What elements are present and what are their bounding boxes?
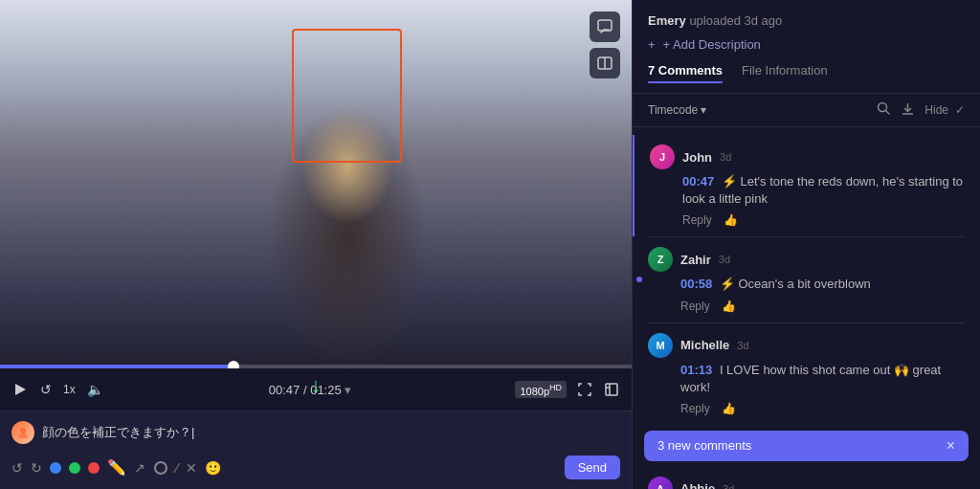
comments-list: J John 3d 00:47 ⚡ Let's tone the reds do… (633, 127, 980, 489)
comment-item-michelle: M Michelle 3d 01:13 I LOVE how this shot… (633, 323, 980, 425)
comment-input-field[interactable] (42, 426, 620, 440)
comment-item-zahir: Z Zahir 3d 00:58 ⚡ Ocean's a bit overblo… (633, 237, 980, 322)
comment-time-abbie: 3d (723, 483, 734, 489)
color-green[interactable] (69, 462, 80, 474)
progress-thumb (228, 361, 239, 368)
svg-rect-4 (606, 384, 617, 395)
emoji-button[interactable]: 🙂 (205, 460, 221, 476)
comment-actions-zahir: Reply 👍 (680, 300, 965, 313)
video-content (0, 0, 632, 368)
arrow-tool[interactable]: ↗ (134, 460, 145, 476)
comment-header-john: J John 3d (650, 144, 965, 169)
svg-point-5 (20, 428, 26, 433)
right-panel: Emery uploaded 3d ago + + Add Descriptio… (632, 0, 980, 489)
comment-input-row (11, 421, 620, 444)
comment-area: ↓ ↺ ↻ ✏️ ↗ ⁄ ✕ 🙂 (0, 411, 632, 489)
comment-body-michelle: 01:13 I LOVE how this shot came out 🙌 gr… (680, 362, 965, 396)
svg-marker-3 (15, 384, 26, 395)
quality-label: 1080p (520, 385, 549, 396)
volume-button[interactable]: 🔈 (85, 380, 105, 399)
fullscreen-button[interactable] (576, 381, 593, 398)
annotation-icon-btn[interactable] (590, 11, 620, 42)
comment-item-abbie: A Abbie 3d (633, 467, 980, 489)
quality-badge[interactable]: 1080pHD (515, 381, 567, 399)
add-description-label: + Add Description (663, 37, 761, 52)
avatar-zahir: Z (648, 247, 673, 272)
comment-header-michelle: M Michelle 3d (648, 333, 965, 358)
left-panel: ↺ 1x 🔈 00:47 / 01:25 ▾ 1080pHD ↓ (0, 0, 632, 489)
download-icon-button[interactable] (901, 101, 915, 119)
current-user-avatar (11, 421, 34, 444)
comment-item-john: J John 3d 00:47 ⚡ Let's tone the reds do… (633, 135, 980, 236)
svg-point-6 (155, 462, 167, 474)
like-button-zahir[interactable]: 👍 (722, 300, 736, 313)
unread-dot-zahir (636, 277, 642, 282)
avatar-john: J (650, 144, 675, 169)
comment-body-zahir: 00:58 ⚡ Ocean's a bit overblown (680, 276, 965, 293)
svg-line-8 (886, 111, 890, 115)
quality-suffix: HD (549, 383, 562, 392)
upload-time: uploaded 3d ago (689, 13, 782, 28)
face-detection-box (292, 29, 402, 163)
uploader-name: Emery (648, 13, 686, 28)
comment-header-zahir: Z Zahir 3d (648, 247, 965, 272)
playback-speed[interactable]: 1x (63, 383, 76, 396)
time-total: 01:25 (310, 383, 342, 397)
comment-body-john: 00:47 ⚡ Let's tone the reds down, he's s… (682, 173, 965, 208)
hide-button[interactable]: Hide ✓ (924, 103, 965, 117)
check-icon: ✓ (955, 103, 965, 117)
plus-icon: + (648, 37, 656, 52)
loop-button[interactable]: ↺ (38, 380, 54, 399)
chevron-down-icon: ▾ (701, 103, 706, 117)
like-button-john[interactable]: 👍 (724, 213, 738, 227)
comment-icon-zahir: ⚡ (720, 277, 739, 291)
controls-bar: ↺ 1x 🔈 00:47 / 01:25 ▾ 1080pHD (0, 368, 632, 411)
expand-button[interactable] (603, 381, 620, 398)
timecode-filter[interactable]: Timecode ▾ (648, 103, 706, 117)
video-area (0, 0, 632, 368)
add-description-button[interactable]: + + Add Description (648, 37, 761, 52)
erase-tool[interactable]: ✕ (186, 460, 197, 476)
search-icon-button[interactable] (877, 101, 891, 119)
timecode-michelle[interactable]: 01:13 (680, 363, 712, 377)
comment-time-michelle: 3d (737, 340, 748, 351)
time-current: 00:47 (269, 383, 301, 397)
comment-toolbar: ↺ ↻ ✏️ ↗ ⁄ ✕ 🙂 Send (11, 452, 620, 483)
reply-button-john[interactable]: Reply (682, 213, 712, 227)
undo-button[interactable]: ↺ (11, 460, 23, 476)
reply-button-michelle[interactable]: Reply (680, 402, 710, 415)
timecode-john[interactable]: 00:47 (682, 174, 714, 189)
comment-actions-john: Reply 👍 (682, 213, 965, 227)
color-blue[interactable] (50, 462, 61, 474)
banner-close-button[interactable]: × (947, 438, 955, 454)
svg-point-7 (879, 103, 887, 112)
reply-button-zahir[interactable]: Reply (680, 300, 710, 313)
color-red[interactable] (88, 462, 100, 474)
like-button-michelle[interactable]: 👍 (722, 402, 736, 415)
send-button[interactable]: Send (565, 456, 620, 479)
comment-time-zahir: 3d (719, 254, 730, 265)
redo-button[interactable]: ↻ (31, 460, 42, 476)
time-display: 00:47 / 01:25 ▾ (115, 383, 506, 397)
tab-file-info[interactable]: File Information (742, 63, 828, 83)
avatar-michelle: M (648, 333, 673, 358)
uploader-info: Emery uploaded 3d ago (648, 13, 965, 28)
right-panel-header: Emery uploaded 3d ago + + Add Descriptio… (633, 0, 980, 94)
circle-tool[interactable] (153, 460, 168, 476)
filter-label: Timecode (648, 103, 698, 117)
play-button[interactable] (11, 381, 29, 398)
video-icons (590, 11, 620, 78)
comment-actions-michelle: Reply 👍 (680, 402, 965, 415)
new-comments-banner[interactable]: 3 new comments × (644, 431, 969, 461)
line-tool[interactable]: ⁄ (176, 460, 178, 476)
compare-icon-btn[interactable] (590, 48, 620, 78)
new-comments-text: 3 new comments (657, 438, 751, 453)
comment-text-michelle: I LOVE how this shot came out 🙌 great wo… (680, 363, 941, 394)
avatar-abbie: A (648, 477, 673, 489)
timecode-zahir[interactable]: 00:58 (680, 277, 712, 291)
pen-tool[interactable]: ✏️ (107, 458, 126, 477)
progress-bar[interactable] (0, 365, 632, 368)
comment-icon-john: ⚡ (722, 174, 741, 189)
tab-comments[interactable]: 7 Comments (648, 63, 723, 83)
comments-toolbar: Timecode ▾ Hide ✓ (633, 94, 980, 127)
